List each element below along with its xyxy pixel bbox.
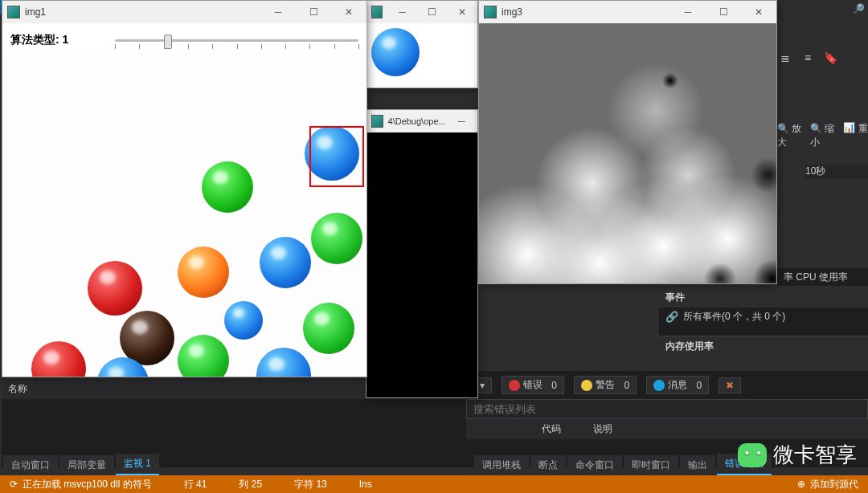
status-col: 列 25 [239, 478, 262, 491]
window-title: img3 [502, 6, 522, 18]
add-source-icon[interactable]: ⊕ [797, 479, 805, 490]
candy-image [2, 54, 366, 377]
bookmark-icon[interactable]: 🔖 [822, 50, 838, 66]
candy-ball [256, 348, 311, 377]
minimize-icon[interactable]: ─ [387, 1, 417, 23]
tab-自动窗口[interactable]: 自动窗口 [3, 455, 58, 475]
debug-console-window[interactable]: 4\Debug\ope... ─ [366, 109, 478, 398]
link-icon: 🔗 [665, 311, 678, 323]
img2-window[interactable]: ─ ☐ ✕ [366, 0, 478, 88]
wechat-icon [738, 443, 767, 467]
candy-ball [260, 237, 311, 288]
app-icon [371, 115, 383, 128]
zoom-in-label[interactable]: 🔍 放大 [777, 122, 807, 140]
search-icon[interactable]: 🔎 [853, 3, 865, 14]
cpu-usage-row: 率 CPU 使用率 [777, 268, 868, 286]
zoom-out-label[interactable]: 🔍 缩小 [810, 122, 840, 140]
toolbar-icon[interactable]: ≡ [800, 50, 816, 66]
candy-ball [31, 341, 86, 377]
tab-命令窗口[interactable]: 命令窗口 [567, 455, 622, 475]
saliency-image [479, 23, 776, 283]
col-code[interactable]: 代码 [542, 422, 561, 436]
candy-ball [224, 301, 263, 340]
window-title: 4\Debug\ope... [388, 116, 446, 126]
loading-icon: ⟳ [10, 479, 18, 490]
candy-ball [303, 303, 354, 354]
window-title: img1 [25, 6, 46, 18]
error-search-input[interactable] [466, 399, 868, 419]
errors-pill[interactable]: 错误 0 [502, 376, 564, 394]
status-bar: ⟳ 正在加载 msvcp100 dll 的符号 行 41 列 25 字符 13 … [0, 475, 868, 493]
app-icon [371, 6, 383, 18]
close-icon[interactable]: ✕ [741, 1, 776, 23]
detection-box [309, 126, 364, 187]
timeline-seconds: 10秒 [805, 165, 868, 179]
tab-监视 1[interactable]: 监视 1 [116, 454, 159, 475]
minimize-icon[interactable]: ─ [446, 110, 477, 132]
warning-icon [581, 380, 592, 391]
info-icon [653, 380, 665, 391]
toolbar-icon[interactable]: ≣ [777, 50, 793, 66]
trackbar-label: 算法类型: [10, 33, 59, 47]
events-all-row[interactable]: 🔗 所有事件(0 个，共 0 个) [659, 308, 868, 326]
svg-point-7 [608, 63, 704, 159]
clear-filter-button[interactable]: ✖ [719, 377, 741, 393]
reset-label[interactable]: 重 [858, 122, 868, 140]
watermark: 微卡智享 [738, 441, 857, 469]
tab-调用堆栈[interactable]: 调用堆栈 [474, 455, 529, 475]
app-icon [484, 6, 497, 18]
tab-即时窗口[interactable]: 即时窗口 [624, 455, 678, 475]
candy-ball [178, 246, 229, 298]
messages-pill[interactable]: 消息 0 [646, 376, 709, 394]
status-char: 字符 13 [294, 478, 327, 491]
minimize-icon[interactable]: ─ [670, 1, 706, 23]
candy-ball [88, 261, 142, 316]
app-icon [7, 6, 20, 18]
maximize-icon[interactable]: ☐ [417, 1, 447, 23]
status-line: 行 41 [184, 478, 207, 491]
candy-ball [202, 161, 253, 213]
svg-point-8 [662, 73, 678, 89]
close-icon[interactable]: ✕ [331, 1, 366, 23]
close-icon[interactable]: ✕ [448, 1, 477, 23]
status-add-source[interactable]: 添加到源代 [810, 478, 858, 491]
candy-ball [371, 28, 420, 76]
memory-usage-header: 内存使用率 [659, 336, 868, 353]
candy-ball [178, 335, 229, 377]
left-tabstrip: 自动窗口局部变量监视 1 [3, 458, 466, 475]
img3-window[interactable]: img3 ─ ☐ ✕ [478, 0, 777, 284]
tab-输出[interactable]: 输出 [680, 455, 715, 475]
maximize-icon[interactable]: ☐ [706, 1, 741, 23]
minimize-icon[interactable]: ─ [260, 1, 296, 23]
warnings-pill[interactable]: 警告 0 [574, 376, 637, 394]
status-loading: 正在加载 msvcp100 dll 的符号 [23, 478, 152, 491]
status-ins: Ins [359, 479, 372, 490]
col-desc[interactable]: 说明 [593, 422, 612, 436]
img1-window[interactable]: img1 ─ ☐ ✕ 算法类型: 1 [2, 0, 367, 377]
diag-icon[interactable]: 📊 [843, 122, 855, 140]
tab-断点[interactable]: 断点 [530, 455, 566, 475]
candy-ball [311, 213, 362, 264]
error-icon [509, 380, 520, 391]
trackbar-value: 1 [63, 33, 69, 46]
tab-局部变量[interactable]: 局部变量 [59, 455, 114, 475]
events-header: 事件 [659, 287, 868, 308]
algorithm-trackbar[interactable] [115, 33, 358, 51]
maximize-icon[interactable]: ☐ [296, 1, 331, 23]
